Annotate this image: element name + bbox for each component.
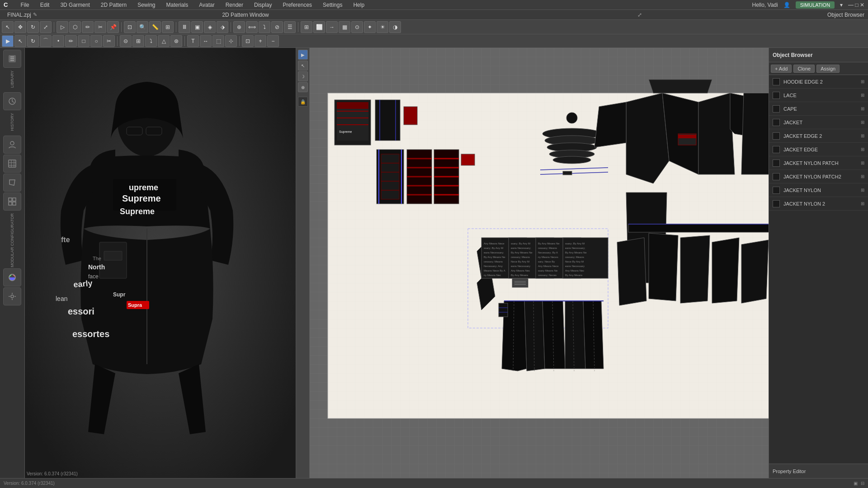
tool-pin[interactable]: 📌 <box>107 21 119 33</box>
tool-rotate[interactable]: ↻ <box>27 21 39 33</box>
pt-arrow[interactable]: ↖ <box>298 61 308 70</box>
tool-mirror[interactable]: ⟺ <box>246 21 258 33</box>
sidebar-avatar[interactable] <box>3 136 21 154</box>
pt-lock[interactable]: 🔒 <box>298 97 308 107</box>
obj-list-item[interactable]: JACKET NYLON 2⊞ <box>769 197 868 211</box>
2d-pattern-window[interactable]: ▶ ↖ ☽ ⊕ 🔒 <box>296 48 769 478</box>
tool-edit[interactable]: ⊞ <box>162 21 174 33</box>
t2-rectangle[interactable]: □ <box>78 35 90 47</box>
t2-button[interactable]: ⊛ <box>170 35 182 47</box>
assign-button[interactable]: Assign <box>816 65 840 73</box>
tool-3d-b[interactable]: ▣ <box>191 21 203 33</box>
tool-measure[interactable]: 📏 <box>149 21 161 33</box>
tool-view[interactable]: ⊙ <box>351 21 363 33</box>
obj-item-expand-icon[interactable]: ⊞ <box>861 201 864 206</box>
sidebar-library[interactable] <box>3 50 21 68</box>
t2-edit-point[interactable]: • <box>52 35 64 47</box>
tool-pen[interactable]: ✏ <box>82 21 94 33</box>
menu-2d-pattern[interactable]: 2D Pattern <box>99 1 128 9</box>
obj-item-expand-icon[interactable]: ⊞ <box>861 160 864 165</box>
tool-fold[interactable]: ⤵ <box>259 21 270 33</box>
obj-list-item[interactable]: JACKET NYLON PATCH⊞ <box>769 156 868 170</box>
tool-light[interactable]: ☀ <box>377 21 388 33</box>
tool-3d-c[interactable]: ◈ <box>204 21 216 33</box>
display-icon-1[interactable]: ▣ <box>854 481 858 486</box>
pt-hand[interactable]: ☽ <box>298 71 308 81</box>
obj-item-expand-icon[interactable]: ⊞ <box>861 133 864 138</box>
tool-render[interactable]: ✦ <box>364 21 376 33</box>
obj-list-item[interactable]: JACKET NYLON⊞ <box>769 183 868 197</box>
simulation-button[interactable]: SIMULATION <box>796 1 835 9</box>
window-controls[interactable]: — □ ✕ <box>848 2 864 8</box>
tool-scale[interactable]: ⤢ <box>40 21 52 33</box>
sidebar-modular[interactable] <box>3 192 21 211</box>
menu-file[interactable]: File <box>19 1 31 9</box>
t2-fold[interactable]: ⤵ <box>145 35 157 47</box>
3d-viewport[interactable]: upreme Supreme Supreme The North face ea… <box>25 48 296 478</box>
sim-dropdown-icon[interactable]: ▾ <box>840 2 843 8</box>
sidebar-settings[interactable] <box>3 287 21 305</box>
edit-filename-icon[interactable]: ✎ <box>33 12 37 18</box>
t2-seam[interactable]: ⊝ <box>120 35 132 47</box>
obj-list-item[interactable]: LACE⊞ <box>769 89 868 102</box>
tool-snap[interactable]: ⊕ <box>233 21 245 33</box>
sidebar-history[interactable] <box>3 92 21 110</box>
menu-settings[interactable]: Settings <box>321 1 344 9</box>
tool-grid[interactable]: ⊞ <box>301 21 312 33</box>
obj-list-item[interactable]: CAPE⊞ <box>769 102 868 116</box>
t2-move[interactable]: ↖ <box>14 35 26 47</box>
tool-camera[interactable]: ▦ <box>339 21 350 33</box>
sidebar-fabric[interactable] <box>3 155 21 173</box>
obj-item-expand-icon[interactable]: ⊞ <box>861 79 864 84</box>
tool-shadow[interactable]: ◑ <box>389 21 401 33</box>
tool-lasso[interactable]: ⬡ <box>69 21 81 33</box>
menu-display[interactable]: Display <box>252 1 274 9</box>
sidebar-colorway[interactable] <box>3 268 21 286</box>
tool-layer[interactable]: ☰ <box>284 21 296 33</box>
t2-zoom-in[interactable]: + <box>255 35 266 47</box>
obj-list-item[interactable]: JACKET NYLON PATCH2⊞ <box>769 170 868 183</box>
menu-preferences[interactable]: Preferences <box>281 1 314 9</box>
tool-cut[interactable]: ✂ <box>94 21 106 33</box>
add-button[interactable]: + Add <box>771 65 792 73</box>
pt-select[interactable]: ▶ <box>298 50 308 60</box>
expand-icon[interactable]: ⤢ <box>637 12 642 18</box>
display-icon-2[interactable]: ⊟ <box>861 481 864 486</box>
obj-item-expand-icon[interactable]: ⊞ <box>861 174 864 179</box>
t2-grade[interactable]: ⊹ <box>225 35 237 47</box>
menu-sewing[interactable]: Sewing <box>136 1 157 9</box>
clone-button[interactable]: Clone <box>793 65 815 73</box>
sidebar-pattern2[interactable] <box>3 174 21 192</box>
t2-circle[interactable]: ○ <box>90 35 102 47</box>
obj-list-item[interactable]: JACKET EDGE 2⊞ <box>769 129 868 143</box>
menu-materials[interactable]: Materials <box>165 1 190 9</box>
t2-pen[interactable]: ✏ <box>65 35 77 47</box>
t2-measure[interactable]: ↔ <box>200 35 212 47</box>
tool-move[interactable]: ✥ <box>14 21 26 33</box>
obj-item-expand-icon[interactable]: ⊞ <box>861 120 864 125</box>
menu-help[interactable]: Help <box>351 1 366 9</box>
t2-zoom-fit[interactable]: ⊡ <box>242 35 254 47</box>
t2-trace[interactable]: ⬚ <box>212 35 224 47</box>
tool-3d-d[interactable]: ⬗ <box>217 21 228 33</box>
pattern-canvas[interactable]: Supreme <box>310 48 769 478</box>
t2-zoom-out[interactable]: − <box>267 35 279 47</box>
menu-edit[interactable]: Edit <box>38 1 52 9</box>
obj-list-item[interactable]: HOODIE EDGE 2⊞ <box>769 75 868 89</box>
tool-zoom-fit[interactable]: ⊡ <box>124 21 136 33</box>
viewport-canvas[interactable]: upreme Supreme Supreme The North face ea… <box>25 48 296 478</box>
menu-3d-garment[interactable]: 3D Garment <box>58 1 91 9</box>
tool-toggle[interactable]: ⬜ <box>313 21 325 33</box>
tool-weld[interactable]: ⊘ <box>271 21 283 33</box>
t2-rotate[interactable]: ↻ <box>27 35 39 47</box>
tool-zoom-in[interactable]: 🔍 <box>137 21 148 33</box>
menu-avatar[interactable]: Avatar <box>197 1 216 9</box>
obj-list-item[interactable]: JACKET⊞ <box>769 116 868 129</box>
t2-internal[interactable]: ⊞ <box>132 35 144 47</box>
obj-item-expand-icon[interactable]: ⊞ <box>861 106 864 111</box>
tool-select2[interactable]: ▷ <box>57 21 68 33</box>
pt-zoom[interactable]: ⊕ <box>298 82 308 92</box>
t2-text[interactable]: T <box>187 35 199 47</box>
obj-item-expand-icon[interactable]: ⊞ <box>861 188 864 192</box>
tool-arrow[interactable]: → <box>326 21 338 33</box>
